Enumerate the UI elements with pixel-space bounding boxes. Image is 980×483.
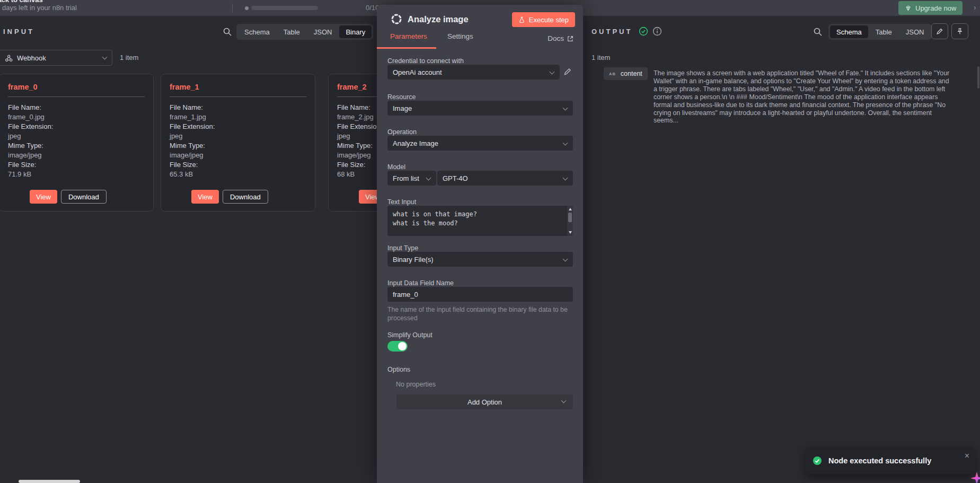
input-source-label: Webhook — [17, 54, 46, 62]
text-input-label: Text Input — [387, 198, 416, 206]
options-label: Options — [387, 366, 410, 373]
trial-days-label: days left in your n8n trial — [2, 4, 77, 12]
output-info-icon[interactable] — [652, 27, 662, 36]
view-button[interactable]: View — [191, 190, 219, 204]
download-button[interactable]: Download — [61, 190, 107, 204]
download-button[interactable]: Download — [223, 190, 268, 204]
input-source-select[interactable]: Webhook — [0, 50, 112, 66]
flask-icon — [518, 16, 525, 23]
docs-label: Docs — [548, 34, 564, 42]
binary-card-fields: File Name: frame_0.jpg File Extension: j… — [8, 103, 145, 179]
size-label: File Size: — [170, 160, 306, 170]
pencil-icon — [936, 28, 943, 35]
credential-select[interactable]: OpenAi account — [387, 65, 560, 80]
output-search-icon[interactable] — [813, 27, 823, 37]
file-ext-label: File Extension: — [170, 122, 306, 131]
output-items-count: 1 item — [591, 54, 610, 62]
field-name-input[interactable]: frame_0 — [387, 287, 573, 302]
resource-value: Image — [393, 104, 412, 112]
textarea-scrollbar[interactable] — [567, 206, 573, 236]
n8n-node-detail-view: Back to canvas days left in your n8n tri… — [0, 0, 980, 483]
upgrade-now-button[interactable]: Upgrade now — [898, 1, 963, 15]
file-name-value: frame_0.jpg — [8, 112, 145, 122]
pin-icon — [956, 28, 964, 35]
binary-card-frame-1: frame_1 File Name: frame_1.jpg File Exte… — [161, 74, 315, 212]
input-tab-schema[interactable]: Schema — [238, 25, 276, 38]
toast-success-check-icon — [813, 456, 822, 466]
input-tab-binary[interactable]: Binary — [339, 25, 372, 38]
output-scrollbar[interactable] — [977, 66, 979, 89]
edit-output-button[interactable] — [931, 23, 948, 39]
pin-data-button[interactable] — [951, 23, 968, 39]
simplify-output-toggle[interactable] — [387, 341, 408, 352]
upgrade-now-label: Upgrade now — [915, 4, 956, 12]
output-tab-table[interactable]: Table — [869, 25, 898, 38]
tab-settings[interactable]: Settings — [447, 32, 473, 48]
add-option-button[interactable]: Add Option — [396, 394, 573, 409]
model-select[interactable]: GPT-4O — [437, 171, 573, 186]
output-display-mode-tabs: Schema Table JSON — [828, 24, 932, 40]
field-name-label: Input Data Field Name — [387, 279, 454, 287]
output-success-check-icon — [639, 27, 648, 36]
chevron-down-icon — [563, 257, 568, 262]
chevron-down-icon — [563, 106, 568, 111]
chevron-down-icon — [563, 175, 568, 181]
resource-label: Resource — [387, 93, 416, 101]
input-search-icon[interactable] — [223, 27, 232, 37]
toast-close-icon[interactable]: × — [965, 452, 969, 460]
field-name-help-text: The name of the input field containing t… — [387, 305, 570, 322]
input-tab-json[interactable]: JSON — [307, 25, 339, 38]
resource-select[interactable]: Image — [387, 101, 573, 116]
tab-parameters[interactable]: Parameters — [390, 32, 427, 48]
no-properties-text: No properties — [396, 381, 436, 388]
trial-progress-dot — [245, 6, 249, 10]
credential-label: Credential to connect with — [387, 57, 464, 65]
toggle-knob — [398, 342, 407, 350]
execute-step-label: Execute step — [529, 16, 569, 24]
chevron-down-icon — [550, 69, 555, 75]
webhook-icon — [5, 54, 13, 62]
model-mode-value: From list — [393, 174, 419, 182]
topbar-chevron-right-icon[interactable]: › — [974, 3, 976, 12]
view-button[interactable]: View — [30, 190, 57, 204]
output-tab-schema[interactable]: Schema — [830, 25, 868, 38]
input-items-count: 1 item — [120, 54, 138, 62]
execute-step-button[interactable]: Execute step — [512, 12, 575, 27]
operation-select[interactable]: Analyze Image — [387, 136, 573, 151]
model-mode-select[interactable]: From list — [387, 171, 436, 186]
binary-card-title: frame_1 — [170, 83, 306, 91]
edit-credential-pencil-icon[interactable] — [563, 67, 572, 76]
output-field-pill[interactable]: AB content — [604, 67, 648, 80]
input-display-mode-tabs: Schema Table JSON Binary — [236, 24, 373, 40]
canvas-horizontal-scrollbar[interactable] — [19, 480, 80, 483]
scrollbar-thumb[interactable] — [568, 213, 572, 222]
scroll-down-icon[interactable] — [569, 231, 572, 234]
toast-message: Node executed successfully — [828, 456, 931, 465]
simplify-output-label: Simplify Output — [387, 331, 432, 339]
active-tab-underline — [377, 47, 436, 49]
binary-card-fields: File Name: frame_1.jpg File Extension: j… — [170, 103, 306, 179]
docs-link[interactable]: Docs — [548, 34, 573, 42]
input-type-label: Input Type — [387, 244, 418, 252]
input-type-select[interactable]: Binary File(s) — [387, 252, 573, 267]
chevron-down-icon — [563, 140, 568, 146]
add-option-label: Add Option — [467, 398, 502, 406]
ai-assistant-sparkle-icon[interactable] — [970, 471, 980, 483]
output-tab-json[interactable]: JSON — [899, 25, 931, 38]
mime-value: image/jpeg — [170, 151, 306, 160]
trial-progress-bar — [251, 6, 318, 10]
size-value: 71.9 kB — [8, 170, 145, 179]
file-ext-value: jpeg — [8, 131, 145, 141]
mime-label: Mime Type: — [8, 141, 145, 151]
external-link-icon — [567, 36, 573, 42]
model-label: Model — [387, 163, 405, 171]
analyze-image-node-modal: Analyze image Execute step Parameters Se… — [377, 5, 583, 483]
text-input-textarea[interactable]: what is on that image? what is the mood? — [387, 206, 573, 236]
scroll-up-icon[interactable] — [569, 208, 572, 210]
string-type-icon: AB — [609, 72, 616, 76]
operation-label: Operation — [387, 128, 417, 136]
back-to-canvas-button[interactable]: Back to canvas — [0, 0, 43, 4]
input-tab-table[interactable]: Table — [277, 25, 306, 38]
mime-value: image/jpeg — [8, 151, 145, 160]
output-content-value: The image shows a screen with a web appl… — [654, 69, 953, 125]
